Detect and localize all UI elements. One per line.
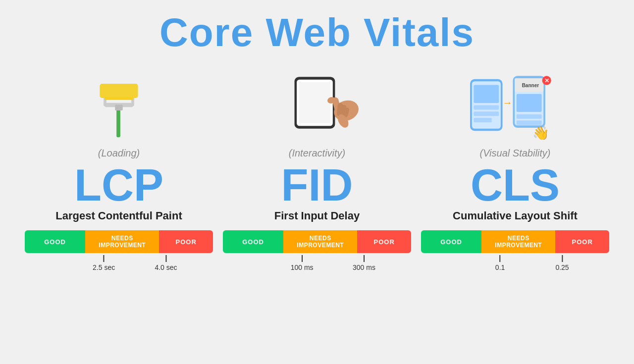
lcp-scale-needs: NEEDSIMPROVEMENT xyxy=(85,230,159,253)
svg-rect-24 xyxy=(474,118,491,122)
cls-icon: Banner ✕ 👋 → xyxy=(466,65,565,145)
lcp-category: (Loading) xyxy=(98,148,140,159)
fid-icon xyxy=(267,65,367,145)
cls-scale-good: GOOD xyxy=(421,230,481,253)
page-title: Core Web Vitals xyxy=(159,10,475,55)
vital-card-lcp: (Loading) LCP Largest Contentful Paint G… xyxy=(25,65,213,275)
fid-acronym: FID xyxy=(281,163,353,208)
svg-text:✕: ✕ xyxy=(544,77,549,84)
fid-name: First Input Delay xyxy=(274,209,360,222)
fid-scale-poor: POOR xyxy=(357,230,411,253)
svg-text:→: → xyxy=(503,97,513,108)
fid-tick2-label: 300 ms xyxy=(353,263,375,271)
cls-category: (Visual Stability) xyxy=(479,148,550,159)
cls-ticks: 0.1 0.25 xyxy=(421,255,609,275)
lcp-ticks: 2.5 sec 4.0 sec xyxy=(25,255,213,275)
fid-scale-bar: GOOD NEEDSIMPROVEMENT POOR xyxy=(223,230,411,253)
lcp-scale-bar: GOOD NEEDSIMPROVEMENT POOR xyxy=(25,230,213,253)
fid-category: (Interactivity) xyxy=(289,148,345,159)
cls-acronym: CLS xyxy=(471,163,560,208)
vital-card-fid: (Interactivity) FID First Input Delay GO… xyxy=(223,65,411,275)
svg-text:Banner: Banner xyxy=(522,83,539,88)
lcp-scale-poor: POOR xyxy=(159,230,213,253)
svg-text:👋: 👋 xyxy=(532,125,550,140)
lcp-name: Largest Contentful Paint xyxy=(55,209,182,222)
cls-scale-wrapper: GOOD NEEDSIMPROVEMENT POOR 0.1 0.25 xyxy=(421,230,609,275)
svg-rect-6 xyxy=(100,84,138,98)
svg-rect-11 xyxy=(299,82,331,123)
fid-scale-good: GOOD xyxy=(223,230,283,253)
lcp-tick1-label: 2.5 sec xyxy=(93,263,115,271)
svg-rect-8 xyxy=(115,105,122,111)
cls-scale-bar: GOOD NEEDSIMPROVEMENT POOR xyxy=(421,230,609,253)
vital-card-cls: Banner ✕ 👋 → (Visual Stability) CLS Cumu… xyxy=(421,65,609,275)
cls-scale-needs: NEEDSIMPROVEMENT xyxy=(481,230,555,253)
fid-tick1-label: 100 ms xyxy=(291,263,314,271)
svg-rect-33 xyxy=(517,120,542,125)
cls-tick2-label: 0.25 xyxy=(555,263,569,271)
lcp-icon xyxy=(89,65,149,145)
fid-scale-needs: NEEDSIMPROVEMENT xyxy=(283,230,357,253)
svg-rect-23 xyxy=(474,111,499,116)
cls-scale-poor: POOR xyxy=(555,230,609,253)
cls-tick1-label: 0.1 xyxy=(495,263,505,271)
lcp-scale-good: GOOD xyxy=(25,230,85,253)
svg-rect-31 xyxy=(517,94,542,112)
svg-rect-0 xyxy=(116,108,120,137)
cls-name: Cumulative Layout Shift xyxy=(453,209,578,222)
vitals-container: (Loading) LCP Largest Contentful Paint G… xyxy=(0,65,634,275)
lcp-acronym: LCP xyxy=(74,163,163,208)
svg-rect-32 xyxy=(517,114,542,119)
svg-rect-21 xyxy=(474,85,499,103)
svg-rect-7 xyxy=(105,97,133,100)
lcp-scale-wrapper: GOOD NEEDSIMPROVEMENT POOR 2.5 sec 4.0 s… xyxy=(25,230,213,275)
fid-scale-wrapper: GOOD NEEDSIMPROVEMENT POOR 100 ms 300 ms xyxy=(223,230,411,275)
svg-rect-22 xyxy=(474,105,499,109)
lcp-tick2-label: 4.0 sec xyxy=(155,263,177,271)
fid-ticks: 100 ms 300 ms xyxy=(223,255,411,275)
